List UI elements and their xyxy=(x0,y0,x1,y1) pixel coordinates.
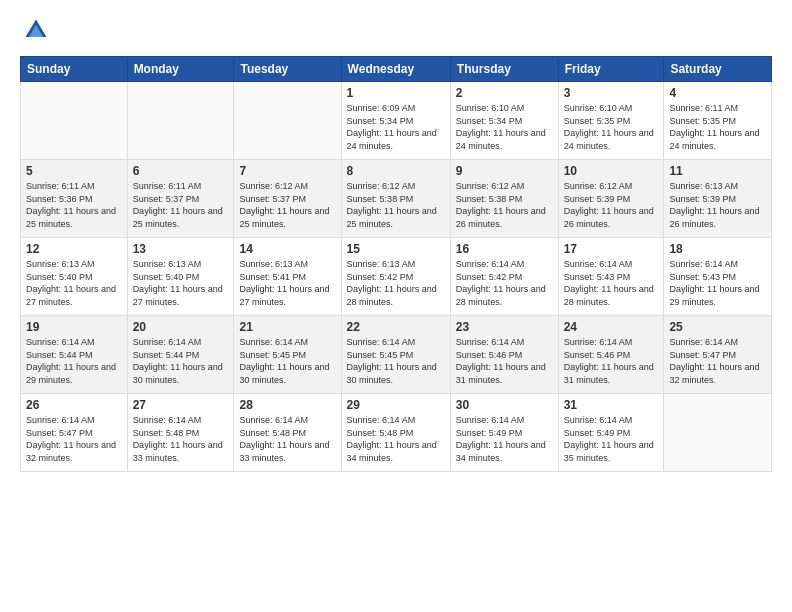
day-info: Sunrise: 6:12 AM Sunset: 5:39 PM Dayligh… xyxy=(564,180,659,230)
day-number: 19 xyxy=(26,320,122,334)
calendar-day: 12Sunrise: 6:13 AM Sunset: 5:40 PM Dayli… xyxy=(21,238,128,316)
day-header-sunday: Sunday xyxy=(21,57,128,82)
day-info: Sunrise: 6:14 AM Sunset: 5:42 PM Dayligh… xyxy=(456,258,553,308)
day-number: 21 xyxy=(239,320,335,334)
day-number: 17 xyxy=(564,242,659,256)
calendar-day: 21Sunrise: 6:14 AM Sunset: 5:45 PM Dayli… xyxy=(234,316,341,394)
calendar-day: 2Sunrise: 6:10 AM Sunset: 5:34 PM Daylig… xyxy=(450,82,558,160)
calendar-day: 17Sunrise: 6:14 AM Sunset: 5:43 PM Dayli… xyxy=(558,238,664,316)
calendar-day: 19Sunrise: 6:14 AM Sunset: 5:44 PM Dayli… xyxy=(21,316,128,394)
header xyxy=(20,16,772,44)
day-info: Sunrise: 6:14 AM Sunset: 5:49 PM Dayligh… xyxy=(564,414,659,464)
day-number: 14 xyxy=(239,242,335,256)
day-info: Sunrise: 6:13 AM Sunset: 5:42 PM Dayligh… xyxy=(347,258,445,308)
day-header-friday: Friday xyxy=(558,57,664,82)
day-info: Sunrise: 6:14 AM Sunset: 5:48 PM Dayligh… xyxy=(133,414,229,464)
calendar-week-1: 1Sunrise: 6:09 AM Sunset: 5:34 PM Daylig… xyxy=(21,82,772,160)
day-number: 5 xyxy=(26,164,122,178)
calendar-day: 23Sunrise: 6:14 AM Sunset: 5:46 PM Dayli… xyxy=(450,316,558,394)
calendar-day: 5Sunrise: 6:11 AM Sunset: 5:36 PM Daylig… xyxy=(21,160,128,238)
calendar-table: SundayMondayTuesdayWednesdayThursdayFrid… xyxy=(20,56,772,472)
day-info: Sunrise: 6:14 AM Sunset: 5:43 PM Dayligh… xyxy=(564,258,659,308)
calendar-day: 7Sunrise: 6:12 AM Sunset: 5:37 PM Daylig… xyxy=(234,160,341,238)
day-info: Sunrise: 6:14 AM Sunset: 5:45 PM Dayligh… xyxy=(347,336,445,386)
day-number: 18 xyxy=(669,242,766,256)
logo xyxy=(20,16,50,44)
calendar-day: 18Sunrise: 6:14 AM Sunset: 5:43 PM Dayli… xyxy=(664,238,772,316)
day-info: Sunrise: 6:14 AM Sunset: 5:44 PM Dayligh… xyxy=(133,336,229,386)
calendar-week-5: 26Sunrise: 6:14 AM Sunset: 5:47 PM Dayli… xyxy=(21,394,772,472)
header-row: SundayMondayTuesdayWednesdayThursdayFrid… xyxy=(21,57,772,82)
calendar-day: 8Sunrise: 6:12 AM Sunset: 5:38 PM Daylig… xyxy=(341,160,450,238)
day-header-wednesday: Wednesday xyxy=(341,57,450,82)
day-info: Sunrise: 6:10 AM Sunset: 5:35 PM Dayligh… xyxy=(564,102,659,152)
calendar-day: 15Sunrise: 6:13 AM Sunset: 5:42 PM Dayli… xyxy=(341,238,450,316)
day-number: 23 xyxy=(456,320,553,334)
day-number: 12 xyxy=(26,242,122,256)
calendar-day: 10Sunrise: 6:12 AM Sunset: 5:39 PM Dayli… xyxy=(558,160,664,238)
day-info: Sunrise: 6:13 AM Sunset: 5:41 PM Dayligh… xyxy=(239,258,335,308)
day-info: Sunrise: 6:13 AM Sunset: 5:39 PM Dayligh… xyxy=(669,180,766,230)
day-info: Sunrise: 6:12 AM Sunset: 5:38 PM Dayligh… xyxy=(456,180,553,230)
logo-icon xyxy=(22,16,50,44)
calendar-day: 9Sunrise: 6:12 AM Sunset: 5:38 PM Daylig… xyxy=(450,160,558,238)
day-number: 29 xyxy=(347,398,445,412)
calendar-day: 29Sunrise: 6:14 AM Sunset: 5:48 PM Dayli… xyxy=(341,394,450,472)
day-number: 28 xyxy=(239,398,335,412)
day-number: 6 xyxy=(133,164,229,178)
day-info: Sunrise: 6:14 AM Sunset: 5:44 PM Dayligh… xyxy=(26,336,122,386)
day-info: Sunrise: 6:14 AM Sunset: 5:45 PM Dayligh… xyxy=(239,336,335,386)
day-number: 20 xyxy=(133,320,229,334)
calendar-day: 24Sunrise: 6:14 AM Sunset: 5:46 PM Dayli… xyxy=(558,316,664,394)
day-info: Sunrise: 6:14 AM Sunset: 5:47 PM Dayligh… xyxy=(26,414,122,464)
calendar-week-2: 5Sunrise: 6:11 AM Sunset: 5:36 PM Daylig… xyxy=(21,160,772,238)
day-number: 15 xyxy=(347,242,445,256)
calendar-day: 31Sunrise: 6:14 AM Sunset: 5:49 PM Dayli… xyxy=(558,394,664,472)
day-number: 10 xyxy=(564,164,659,178)
day-number: 22 xyxy=(347,320,445,334)
day-info: Sunrise: 6:10 AM Sunset: 5:34 PM Dayligh… xyxy=(456,102,553,152)
calendar-day: 3Sunrise: 6:10 AM Sunset: 5:35 PM Daylig… xyxy=(558,82,664,160)
day-number: 8 xyxy=(347,164,445,178)
calendar-day xyxy=(21,82,128,160)
day-number: 26 xyxy=(26,398,122,412)
calendar-day: 20Sunrise: 6:14 AM Sunset: 5:44 PM Dayli… xyxy=(127,316,234,394)
day-number: 4 xyxy=(669,86,766,100)
day-header-thursday: Thursday xyxy=(450,57,558,82)
day-number: 7 xyxy=(239,164,335,178)
day-number: 25 xyxy=(669,320,766,334)
calendar-day: 11Sunrise: 6:13 AM Sunset: 5:39 PM Dayli… xyxy=(664,160,772,238)
day-number: 16 xyxy=(456,242,553,256)
calendar-day xyxy=(664,394,772,472)
day-number: 1 xyxy=(347,86,445,100)
day-number: 9 xyxy=(456,164,553,178)
calendar-day xyxy=(234,82,341,160)
calendar-day: 25Sunrise: 6:14 AM Sunset: 5:47 PM Dayli… xyxy=(664,316,772,394)
day-number: 2 xyxy=(456,86,553,100)
day-number: 27 xyxy=(133,398,229,412)
day-number: 3 xyxy=(564,86,659,100)
day-header-saturday: Saturday xyxy=(664,57,772,82)
day-info: Sunrise: 6:11 AM Sunset: 5:35 PM Dayligh… xyxy=(669,102,766,152)
calendar-week-3: 12Sunrise: 6:13 AM Sunset: 5:40 PM Dayli… xyxy=(21,238,772,316)
day-info: Sunrise: 6:09 AM Sunset: 5:34 PM Dayligh… xyxy=(347,102,445,152)
day-info: Sunrise: 6:14 AM Sunset: 5:49 PM Dayligh… xyxy=(456,414,553,464)
day-info: Sunrise: 6:14 AM Sunset: 5:48 PM Dayligh… xyxy=(347,414,445,464)
day-number: 30 xyxy=(456,398,553,412)
day-info: Sunrise: 6:14 AM Sunset: 5:46 PM Dayligh… xyxy=(564,336,659,386)
day-info: Sunrise: 6:11 AM Sunset: 5:37 PM Dayligh… xyxy=(133,180,229,230)
day-info: Sunrise: 6:12 AM Sunset: 5:38 PM Dayligh… xyxy=(347,180,445,230)
calendar-day: 4Sunrise: 6:11 AM Sunset: 5:35 PM Daylig… xyxy=(664,82,772,160)
calendar-day: 1Sunrise: 6:09 AM Sunset: 5:34 PM Daylig… xyxy=(341,82,450,160)
day-info: Sunrise: 6:14 AM Sunset: 5:47 PM Dayligh… xyxy=(669,336,766,386)
day-info: Sunrise: 6:13 AM Sunset: 5:40 PM Dayligh… xyxy=(133,258,229,308)
day-info: Sunrise: 6:14 AM Sunset: 5:48 PM Dayligh… xyxy=(239,414,335,464)
page: SundayMondayTuesdayWednesdayThursdayFrid… xyxy=(0,0,792,612)
day-header-tuesday: Tuesday xyxy=(234,57,341,82)
calendar-day: 14Sunrise: 6:13 AM Sunset: 5:41 PM Dayli… xyxy=(234,238,341,316)
day-info: Sunrise: 6:11 AM Sunset: 5:36 PM Dayligh… xyxy=(26,180,122,230)
day-info: Sunrise: 6:14 AM Sunset: 5:43 PM Dayligh… xyxy=(669,258,766,308)
day-number: 13 xyxy=(133,242,229,256)
calendar-week-4: 19Sunrise: 6:14 AM Sunset: 5:44 PM Dayli… xyxy=(21,316,772,394)
day-header-monday: Monday xyxy=(127,57,234,82)
